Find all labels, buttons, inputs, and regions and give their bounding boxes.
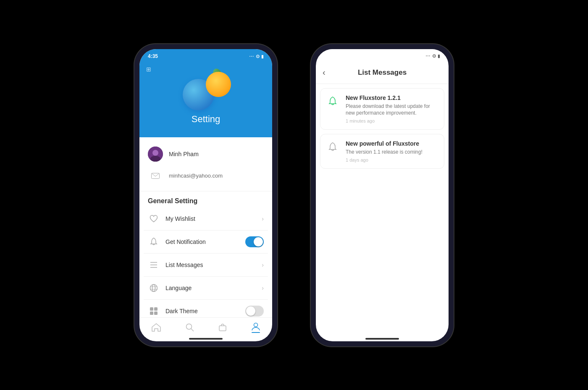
settings-header: ⊞ Setting (139, 62, 272, 137)
phone-settings: 4:35 ⊞ Setting (134, 44, 277, 346)
wishlist-setting-item[interactable]: My Wishlist › (144, 207, 268, 230)
general-section-title: General Setting (139, 191, 272, 207)
svg-line-16 (191, 329, 194, 331)
orange-fruit (202, 68, 231, 97)
message-time-2: 1 days ago (346, 157, 439, 162)
home-indicator-2 (365, 338, 399, 340)
chevron-icon: › (262, 285, 264, 291)
list-messages-title: List Messages (324, 68, 440, 77)
status-bar-2: 4:35 ··· ⊙ ▮ (316, 49, 449, 62)
settings-list: My Wishlist › Get Notification (139, 207, 272, 317)
avatar (148, 147, 163, 162)
svg-rect-13 (150, 311, 153, 315)
notification-label: Get Notification (165, 238, 239, 245)
message-title-2: New powerful of Fluxstore (346, 140, 439, 147)
heart-icon (148, 213, 160, 225)
globe-icon (148, 282, 160, 294)
theme-toggle[interactable] (245, 306, 264, 317)
svg-rect-12 (154, 307, 158, 311)
language-setting-item[interactable]: Language › (144, 277, 268, 300)
nav-active-indicator (252, 332, 260, 333)
nav-profile[interactable] (252, 322, 260, 333)
message-body-2: The version 1.1 release is coming! (346, 149, 439, 156)
message-content-1: New Fluxstore 1.2.1 Please download the … (346, 94, 439, 124)
settings-body: Minh Pham minhcasi@yahoo.com General Set… (139, 137, 272, 317)
bell-icon (148, 236, 160, 248)
signal-icon (249, 53, 254, 59)
notification-toggle[interactable] (245, 236, 264, 247)
nav-home[interactable] (152, 323, 161, 332)
svg-point-18 (254, 323, 257, 327)
notification-setting-item: Get Notification (144, 230, 268, 254)
svg-point-15 (186, 324, 192, 329)
svg-rect-14 (154, 311, 158, 315)
header-image (176, 68, 235, 110)
home-indicator (189, 338, 223, 340)
user-name-row: Minh Pham (148, 143, 264, 165)
message-item-1[interactable]: New Fluxstore 1.2.1 Please download the … (320, 88, 444, 130)
svg-rect-11 (150, 307, 153, 311)
status-time: 4:35 (148, 53, 158, 59)
bell-green-icon (326, 94, 340, 109)
svg-rect-17 (219, 326, 226, 331)
phone-messages: 4:35 ··· ⊙ ▮ ‹ List Messages (311, 44, 454, 346)
language-label: Language (165, 285, 256, 291)
messages-label: List Messages (165, 262, 256, 268)
user-email: minhcasi@yahoo.com (169, 173, 223, 179)
user-email-row: minhcasi@yahoo.com (148, 165, 264, 187)
user-info-section: Minh Pham minhcasi@yahoo.com (139, 137, 272, 191)
nav-search[interactable] (186, 323, 194, 332)
bell-gray-icon (326, 140, 340, 154)
svg-point-7 (150, 284, 158, 291)
nav-cart[interactable] (218, 323, 227, 332)
message-time-1: 1 minutes ago (346, 118, 439, 123)
email-icon (148, 168, 163, 183)
chevron-icon: › (262, 215, 264, 222)
svg-point-8 (152, 284, 155, 291)
back-button[interactable]: ‹ (323, 68, 326, 77)
wishlist-label: My Wishlist (165, 215, 256, 222)
messages-list: New Fluxstore 1.2.1 Please download the … (316, 84, 449, 214)
message-content-2: New powerful of Fluxstore The version 1.… (346, 140, 439, 162)
messages-setting-item[interactable]: List Messages › (144, 254, 268, 277)
list-messages-header: ‹ List Messages (316, 62, 449, 84)
grid-menu-icon[interactable]: ⊞ (146, 66, 151, 73)
status-bar: 4:35 (139, 49, 272, 62)
user-name: Minh Pham (169, 151, 199, 157)
wifi-icon (256, 53, 260, 59)
battery-icon (261, 53, 264, 59)
theme-setting-item: Dark Theme (144, 300, 268, 317)
settings-title: Setting (192, 114, 220, 125)
svg-point-1 (152, 150, 158, 156)
theme-label: Dark Theme (165, 308, 239, 314)
chevron-icon: › (262, 262, 264, 268)
message-body-1: Please download the latest update for ne… (346, 103, 439, 117)
list-icon (148, 259, 160, 271)
bottom-navigation (139, 317, 272, 335)
message-item-2[interactable]: New powerful of Fluxstore The version 1.… (320, 134, 444, 169)
theme-grid-icon (148, 305, 160, 317)
message-title-1: New Fluxstore 1.2.1 (346, 94, 439, 101)
